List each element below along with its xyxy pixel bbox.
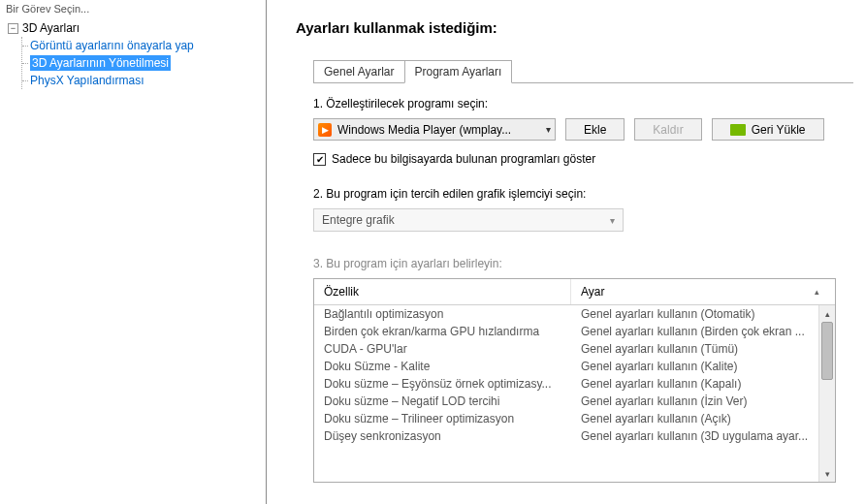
table-row[interactable]: CUDA - GPU'larGenel ayarları kullanın (T…	[314, 340, 818, 358]
step2-label: 2. Bu program için tercih edilen grafik …	[313, 187, 836, 201]
main-panel: Ayarları kullanmak istediğim: Genel Ayar…	[267, 0, 865, 504]
add-button[interactable]: Ekle	[565, 118, 625, 141]
table-row[interactable]: Doku süzme – Trilineer optimizasyonGenel…	[314, 410, 818, 427]
tree-root-3d-settings[interactable]: − 3D Ayarları	[8, 21, 258, 35]
step1-label: 1. Özelleştirilecek programı seçin:	[313, 97, 836, 110]
tree: − 3D Ayarları Görüntü ayarlarını önayarl…	[0, 17, 266, 93]
chevron-down-icon: ▾	[610, 215, 615, 226]
only-installed-checkbox-row[interactable]: ✔ Sadece bu bilgisayarda bulunan program…	[313, 152, 836, 166]
program-select[interactable]: ▶ Windows Media Player (wmplay... ▾	[313, 118, 556, 141]
step1-controls: ▶ Windows Media Player (wmplay... ▾ Ekle…	[313, 118, 836, 141]
scrollbar[interactable]: ▴ ▾	[818, 305, 835, 482]
scroll-track[interactable]	[819, 322, 835, 465]
table-header: Özellik Ayar ▴	[314, 279, 835, 305]
scroll-down-icon[interactable]: ▾	[819, 465, 835, 482]
sidebar-item-manage-3d[interactable]: 3D Ayarlarının Yönetilmesi	[22, 54, 258, 72]
table-row[interactable]: Bağlantılı optimizasyonGenel ayarları ku…	[314, 305, 818, 323]
tab-content: 1. Özelleştirilecek programı seçin: ▶ Wi…	[296, 83, 853, 483]
tree-root-label: 3D Ayarları	[22, 21, 80, 35]
sidebar-header: Bir Görev Seçin...	[0, 0, 266, 17]
step3-label: 3. Bu program için ayarları belirleyin:	[313, 257, 836, 270]
col-setting[interactable]: Ayar ▴	[571, 279, 835, 304]
gpu-select-value: Entegre grafik	[322, 213, 395, 227]
sort-caret-icon: ▴	[815, 287, 819, 297]
tabs: Genel Ayarlar Program Ayarları	[313, 59, 853, 83]
page-title: Ayarları kullanmak istediğim:	[296, 19, 853, 36]
tree-children: Görüntü ayarlarını önayarla yap 3D Ayarl…	[21, 37, 258, 89]
sidebar-item-physx[interactable]: PhysX Yapılandırması	[22, 72, 258, 89]
settings-table: Özellik Ayar ▴ Bağlantılı optimizasyonGe…	[313, 278, 836, 483]
nvidia-icon	[730, 124, 746, 136]
scroll-thumb[interactable]	[821, 322, 833, 380]
checkbox-icon[interactable]: ✔	[313, 153, 326, 166]
program-select-value: Windows Media Player (wmplay...	[337, 123, 540, 137]
tab-program-settings[interactable]: Program Ayarları	[404, 60, 513, 83]
app-icon: ▶	[318, 123, 332, 137]
table-body: Bağlantılı optimizasyonGenel ayarları ku…	[314, 305, 835, 482]
table-row[interactable]: Doku Süzme - KaliteGenel ayarları kullan…	[314, 358, 818, 375]
table-row[interactable]: Doku süzme – Negatif LOD tercihiGenel ay…	[314, 393, 818, 410]
chevron-down-icon: ▾	[546, 124, 551, 135]
collapse-icon[interactable]: −	[8, 23, 18, 34]
restore-label: Geri Yükle	[752, 123, 806, 137]
sidebar-item-preview[interactable]: Görüntü ayarlarını önayarla yap	[22, 37, 258, 54]
scroll-up-icon[interactable]: ▴	[819, 305, 835, 322]
table-rows: Bağlantılı optimizasyonGenel ayarları ku…	[314, 305, 818, 482]
tab-global-settings[interactable]: Genel Ayarlar	[313, 60, 405, 83]
remove-button: Kaldır	[634, 118, 701, 141]
sidebar: Bir Görev Seçin... − 3D Ayarları Görüntü…	[0, 0, 267, 504]
table-row[interactable]: Birden çok ekran/karma GPU hızlandırmaGe…	[314, 323, 818, 340]
restore-button[interactable]: Geri Yükle	[712, 118, 824, 141]
checkbox-label: Sadece bu bilgisayarda bulunan programla…	[332, 152, 595, 166]
col-feature[interactable]: Özellik	[314, 279, 571, 304]
table-row[interactable]: Düşey senkronizasyonGenel ayarları kulla…	[314, 427, 818, 445]
table-row[interactable]: Doku süzme – Eşyönsüz örnek optimizasy..…	[314, 375, 818, 393]
gpu-select[interactable]: Entegre grafik ▾	[313, 208, 624, 232]
